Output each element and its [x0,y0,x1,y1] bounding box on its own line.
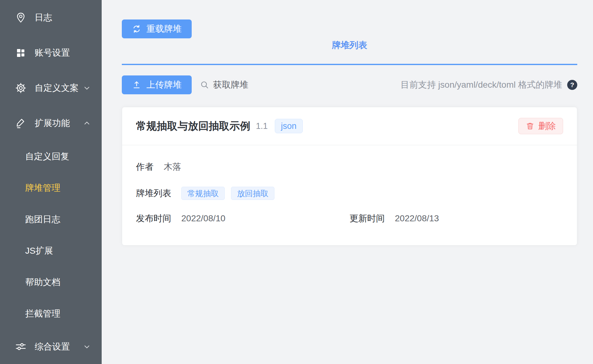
reload-deck-button[interactable]: 重载牌堆 [122,19,192,38]
upload-deck-button[interactable]: 上传牌堆 [122,75,192,94]
dates-row: 发布时间 2022/08/10 更新时间 2022/08/13 [136,212,563,224]
fetch-deck-link[interactable]: 获取牌堆 [200,79,248,91]
gear-icon [15,82,26,94]
sidebar-item-label: 自定义文案 [35,82,79,94]
publish-date-col: 发布时间 2022/08/10 [136,212,350,224]
search-icon [200,80,209,90]
deck-card: 常规抽取与放回抽取示例 1.1 json 删除 作者 [122,107,577,245]
author-value: 木落 [164,161,181,173]
fetch-deck-label: 获取牌堆 [213,79,248,91]
reload-deck-label: 重载牌堆 [146,23,182,35]
sliders-icon [15,341,26,352]
deck-tabbar: 牌堆列表 [122,39,577,65]
sidebar-item-general-settings[interactable]: 综合设置 [0,329,102,364]
sidebar-item-custom-text[interactable]: 自定义文案 [0,70,102,106]
help-icon[interactable]: ? [567,80,577,90]
trash-icon [526,122,534,130]
sidebar-item-extensions[interactable]: 扩展功能 [0,106,102,141]
publish-date-value: 2022/08/10 [181,213,225,223]
sidebar-item-label: 账号设置 [35,47,70,59]
sidebar-item-label: 拦截管理 [25,308,60,320]
deck-list-label: 牌堆列表 [136,187,171,199]
chevron-up-icon [83,119,91,127]
refresh-icon [132,24,141,34]
format-tag-json: json [275,119,303,133]
location-pin-icon [15,12,26,23]
sidebar-item-label: 日志 [35,12,52,24]
grid-icon [15,47,26,58]
sidebar-item-custom-reply[interactable]: 自定义回复 [0,141,102,172]
sidebar-item-label: 扩展功能 [35,117,70,129]
upload-icon [132,80,141,90]
upload-deck-label: 上传牌堆 [146,79,182,91]
deck-card-header: 常规抽取与放回抽取示例 1.1 json 删除 [122,107,577,145]
author-row: 作者 木落 [136,161,563,173]
delete-deck-button[interactable]: 删除 [518,118,563,134]
sidebar-item-label: 综合设置 [35,341,70,353]
deck-version: 1.1 [256,121,268,131]
sidebar-item-js-extension[interactable]: JS扩展 [0,235,102,267]
deck-list-row: 牌堆列表 常规抽取 放回抽取 [136,187,563,200]
sidebar-item-help-docs[interactable]: 帮助文档 [0,267,102,298]
sidebar-item-label: 跑团日志 [25,213,60,225]
deck-tag: 放回抽取 [231,187,274,200]
deck-card-body: 作者 木落 牌堆列表 常规抽取 放回抽取 发布时间 2022/08/10 更新时… [122,145,577,245]
deck-title: 常规抽取与放回抽取示例 [136,119,250,133]
deck-tag-list: 常规抽取 放回抽取 [181,187,274,200]
sidebar-item-game-log[interactable]: 跑团日志 [0,204,102,235]
update-date-value: 2022/08/13 [395,213,439,223]
sidebar-item-intercept-management[interactable]: 拦截管理 [0,298,102,329]
update-date-label: 更新时间 [350,212,385,224]
sidebar: 日志 账号设置 自定义文案 [0,0,102,364]
publish-date-label: 发布时间 [136,212,171,224]
sidebar-item-label: JS扩展 [25,245,53,257]
format-hint: 目前支持 json/yaml/deck/toml 格式的牌堆 ? [401,79,577,91]
chevron-down-icon [83,84,91,92]
sidebar-item-label: 自定义回复 [25,151,69,163]
tab-deck-list[interactable]: 牌堆列表 [330,39,369,64]
sidebar-item-label: 牌堆管理 [25,182,60,194]
deck-actions-row: 上传牌堆 获取牌堆 目前支持 json/yaml/deck/toml 格式的牌堆… [122,75,577,94]
update-date-col: 更新时间 2022/08/13 [350,212,563,224]
sidebar-item-deck-management[interactable]: 牌堆管理 [0,172,102,204]
chevron-down-icon [83,343,91,351]
format-hint-text: 目前支持 json/yaml/deck/toml 格式的牌堆 [401,79,562,91]
author-label: 作者 [136,161,154,173]
delete-deck-label: 删除 [538,120,556,132]
sidebar-item-logs[interactable]: 日志 [0,0,102,35]
pen-icon [15,118,26,129]
main-content: 重载牌堆 牌堆列表 上传牌堆 获取牌堆 [102,0,593,245]
deck-tag: 常规抽取 [181,187,225,200]
sidebar-item-account-settings[interactable]: 账号设置 [0,35,102,70]
sidebar-item-label: 帮助文档 [25,276,60,288]
